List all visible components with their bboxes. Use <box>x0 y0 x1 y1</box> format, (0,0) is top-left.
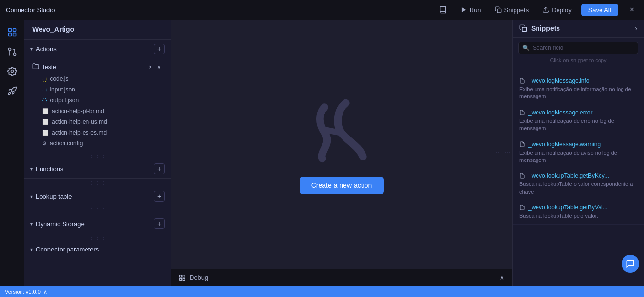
folder-actions: × ∧ <box>147 63 163 71</box>
activity-connector-icon[interactable] <box>3 23 21 41</box>
svg-rect-5 <box>9 33 12 36</box>
snippet-item-3[interactable]: _wevo.lookupTable.getByKey... Busca na l… <box>513 168 644 200</box>
sidebar: Wevo_Artigo ▾ Actions + Teste × <box>24 20 171 286</box>
snippet-desc-1: Exibe uma notificação de erro no log de … <box>519 117 637 133</box>
svg-rect-13 <box>183 278 185 280</box>
md-file-icon: ⬜ <box>42 119 49 125</box>
snippet-desc-4: Busca na lookupTable pelo valor. <box>519 212 637 220</box>
functions-chevron-icon: ▾ <box>30 166 33 172</box>
activity-rocket-icon[interactable] <box>3 82 21 100</box>
center-drag-handle[interactable]: ⋮⋮⋮ <box>506 150 512 156</box>
logo-area <box>298 94 386 165</box>
snippet-desc-2: Exibe uma notificação de aviso no log de… <box>519 149 637 164</box>
snippets-search-input[interactable] <box>518 42 638 54</box>
snippets-list: _wevo.logMessage.info Exibe uma notifica… <box>513 71 644 286</box>
main-layout: Wevo_Artigo ▾ Actions + Teste × <box>0 20 644 286</box>
snippet-file-icon <box>519 205 525 210</box>
snippet-desc-3: Busca na lookupTable o valor corresponde… <box>519 181 637 196</box>
file-code-js[interactable]: { } code.js <box>24 73 171 84</box>
snippet-item-0[interactable]: _wevo.logMessage.info Exibe uma notifica… <box>513 73 644 105</box>
folder-name: Teste <box>42 64 144 70</box>
book-icon <box>439 6 447 14</box>
debug-collapse-button[interactable]: ∧ <box>500 274 504 281</box>
json-file-icon: { } <box>42 87 47 92</box>
drag-handle-3[interactable]: ⋮⋮⋮ <box>24 206 171 214</box>
debug-icon <box>179 274 186 281</box>
run-icon <box>460 6 467 13</box>
main-content: Create a new action ⋮⋮⋮ Debug ∧ <box>171 20 512 286</box>
svg-point-7 <box>14 53 16 56</box>
file-name: code.js <box>50 75 68 82</box>
snippet-desc-0: Exibe uma notificação de informação no l… <box>519 86 637 101</box>
lookup-chevron-icon: ▾ <box>30 194 33 199</box>
snippet-name-0: _wevo.logMessage.info <box>519 77 637 84</box>
create-action-button[interactable]: Create a new action <box>300 177 384 194</box>
chat-button[interactable] <box>622 255 639 273</box>
snippet-name-3: _wevo.lookupTable.getByKey... <box>519 172 637 179</box>
snippets-close-button[interactable]: › <box>635 24 637 32</box>
run-button[interactable]: Run <box>456 4 485 16</box>
snippet-file-icon <box>519 110 525 115</box>
actions-add-button[interactable]: + <box>154 44 165 54</box>
version-chevron-button[interactable]: ∧ <box>43 289 47 295</box>
snippets-button[interactable]: Snippets <box>491 4 533 16</box>
snippet-item-4[interactable]: _wevo.lookupTable.getByVal... Busca na l… <box>513 200 644 224</box>
svg-rect-6 <box>13 33 16 36</box>
svg-rect-11 <box>180 275 182 277</box>
deploy-icon <box>542 6 549 13</box>
dynamic-chevron-icon: ▾ <box>30 221 33 227</box>
file-help-es[interactable]: ⬜ action-help-es-es.md <box>24 127 171 138</box>
section-connector-header[interactable]: ▾ Connector parameters <box>24 242 171 257</box>
drag-handle-4[interactable]: ⋮⋮⋮ <box>24 233 171 242</box>
app-title: Connector Studio <box>6 6 429 14</box>
snippets-panel: Snippets › 🔍 Click on snippet to copy _w… <box>512 20 644 286</box>
activity-bar <box>0 20 24 286</box>
snippet-name-1: _wevo.logMessage.error <box>519 109 637 116</box>
actions-file-tree: Teste × ∧ { } code.js { } input.json <box>24 58 171 151</box>
svg-rect-3 <box>9 29 12 32</box>
file-help-pt[interactable]: ⬜ action-help-pt-br.md <box>24 106 171 116</box>
snippet-item-2[interactable]: _wevo.logMessage.warning Exibe uma notif… <box>513 137 644 169</box>
functions-add-button[interactable]: + <box>154 163 165 174</box>
section-actions-header[interactable]: ▾ Actions + <box>24 40 171 58</box>
folder-icon <box>32 63 39 71</box>
dynamic-add-button[interactable]: + <box>154 218 165 229</box>
close-button[interactable]: × <box>626 3 638 16</box>
md-file-icon: ⬜ <box>42 130 49 136</box>
title-bar: Connector Studio Run Snippets Deploy Sav… <box>0 0 644 20</box>
save-all-button[interactable]: Save All <box>581 4 618 16</box>
drag-handle-2[interactable]: ⋮⋮⋮ <box>24 179 171 187</box>
file-name: input.json <box>50 86 75 93</box>
activity-git-icon[interactable] <box>3 43 21 61</box>
snippet-file-icon <box>519 141 525 147</box>
activity-settings-icon[interactable] <box>3 63 21 80</box>
svg-rect-14 <box>180 278 182 280</box>
lookup-add-button[interactable]: + <box>154 191 165 202</box>
config-file-icon: ⚙ <box>42 140 47 147</box>
folder-expand-button[interactable]: ∧ <box>155 63 163 71</box>
section-dynamic-header[interactable]: ▾ Dynamic Storage + <box>24 214 171 233</box>
debug-bar: Debug ∧ <box>171 269 512 286</box>
snippet-item-1[interactable]: _wevo.logMessage.error Exibe uma notific… <box>513 105 644 137</box>
drag-handle-1[interactable]: ⋮⋮⋮ <box>24 151 171 160</box>
svg-rect-1 <box>497 9 501 13</box>
section-functions-header[interactable]: ▾ Functions + <box>24 160 171 178</box>
file-output-json[interactable]: { } output.json <box>24 95 171 106</box>
snippet-file-icon <box>519 78 525 84</box>
snippets-header: Snippets › <box>513 20 644 38</box>
folder-teste[interactable]: Teste × ∧ <box>24 60 171 73</box>
svg-point-8 <box>9 48 11 51</box>
deploy-button[interactable]: Deploy <box>538 4 575 16</box>
snippets-panel-icon <box>519 24 527 32</box>
folder-close-button[interactable]: × <box>147 63 153 71</box>
js-file-icon: { } <box>42 76 47 82</box>
book-button[interactable] <box>435 4 451 16</box>
svg-rect-15 <box>522 27 527 32</box>
search-wrapper: 🔍 <box>518 42 638 54</box>
section-lookup-table: ▾ Lookup table + <box>24 187 171 206</box>
file-input-json[interactable]: { } input.json <box>24 84 171 95</box>
file-action-config[interactable]: ⚙ action.config <box>24 138 171 149</box>
section-lookup-header[interactable]: ▾ Lookup table + <box>24 187 171 206</box>
section-functions: ▾ Functions + <box>24 160 171 179</box>
file-help-en[interactable]: ⬜ action-help-en-us.md <box>24 116 171 127</box>
